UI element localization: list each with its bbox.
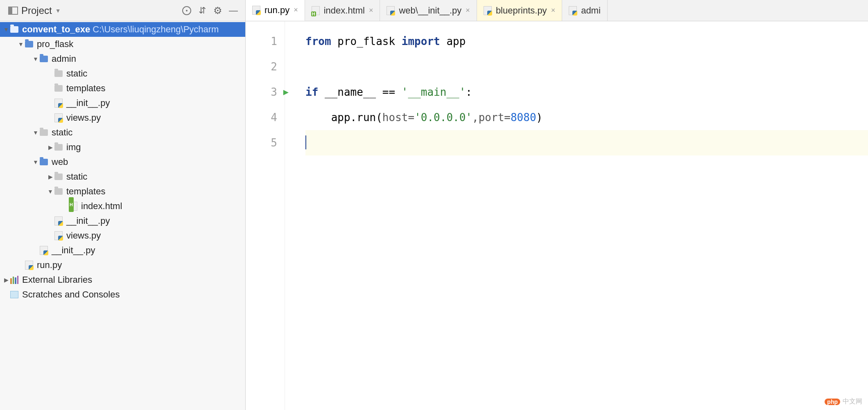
python-file-icon (54, 113, 63, 122)
minimize-icon: — (229, 5, 238, 16)
editor-body[interactable]: 1 2 3 4 5 from pro_flask import app if _… (246, 21, 868, 410)
folder-icon (40, 56, 48, 62)
libraries-icon (10, 276, 18, 284)
tree-label: Scratches and Consoles (22, 287, 120, 302)
tab-label: index.html (324, 5, 365, 16)
code-line: if __name__ == '__main__': (305, 79, 868, 105)
code-area[interactable]: from pro_flask import app if __name__ ==… (295, 21, 868, 410)
project-dropdown[interactable]: Project ▼ (4, 3, 65, 18)
tree-item-web-templates[interactable]: ▼ templates (0, 184, 245, 199)
scratch-icon (10, 291, 18, 298)
tab-label: run.py (264, 5, 289, 16)
caret-icon (305, 135, 306, 149)
tree-label: views.py (66, 228, 101, 243)
tree-item-web-views[interactable]: ▶ views.py (0, 228, 245, 243)
tree-item-static[interactable]: ▼ static (0, 125, 245, 140)
collapse-all-button[interactable]: ⇵ (194, 3, 210, 18)
tree-item-scratches[interactable]: ▶ Scratches and Consoles (0, 287, 245, 302)
tree-item-root-init[interactable]: ▶ __init__.py (0, 243, 245, 258)
tree-label: img (66, 140, 81, 155)
tree-label: __init__.py (66, 96, 110, 110)
chevron-down-icon: ▼ (2, 22, 10, 37)
tree-item-admin-views[interactable]: ▶ views.py (0, 110, 245, 125)
watermark-text: 中文网 (843, 397, 862, 406)
target-icon (182, 6, 191, 15)
collapse-icon: ⇵ (199, 5, 206, 16)
tree-label: __init__.py (52, 243, 95, 258)
line-number: 4 (246, 105, 277, 130)
hide-panel-button[interactable]: — (226, 3, 241, 18)
tree-item-external-libraries[interactable]: ▶ External Libraries (0, 273, 245, 287)
gear-icon: ⚙ (213, 5, 222, 16)
python-file-icon (387, 6, 395, 15)
folder-icon (54, 188, 63, 195)
tree-label: pro_flask (37, 37, 73, 52)
tree-item-run-py[interactable]: ▶ run.py (0, 258, 245, 273)
ide-root: Project ▼ ⇵ ⚙ — ▼ convent_to_exe C:\User… (0, 0, 868, 410)
tree-item-index-html[interactable]: ▶ index.html (0, 199, 245, 214)
watermark-logo: php (825, 399, 840, 405)
tree-label: run.py (37, 258, 62, 273)
tab-blueprints-py[interactable]: blueprints.py × (477, 0, 562, 21)
python-file-icon (252, 6, 260, 15)
line-number: 5 (246, 130, 277, 155)
tab-admin-partial[interactable]: admi (562, 0, 608, 21)
python-file-icon (25, 261, 33, 270)
locate-target-button[interactable] (179, 3, 194, 18)
chevron-down-icon: ▼ (32, 52, 39, 66)
chevron-right-icon: ▶ (47, 140, 54, 155)
html-file-icon (312, 6, 320, 15)
tree-label: static (66, 169, 87, 184)
chevron-down-icon: ▼ (32, 155, 39, 169)
tab-index-html[interactable]: index.html × (305, 0, 380, 21)
code-line (305, 54, 868, 79)
tab-web-init[interactable]: web\__init__.py × (380, 0, 477, 21)
tree-label: convent_to_exe (22, 22, 90, 37)
tree-root[interactable]: ▼ convent_to_exe C:\Users\liuqingzheng\P… (0, 22, 245, 37)
tree-item-pro-flask[interactable]: ▼ pro_flask (0, 37, 245, 52)
tab-label: web\__init__.py (399, 5, 461, 16)
tree-item-admin-init[interactable]: ▶ __init__.py (0, 96, 245, 110)
tab-run-py[interactable]: run.py × (246, 0, 305, 21)
tree-item-web[interactable]: ▼ web (0, 155, 245, 169)
tree-item-web-static[interactable]: ▶ static (0, 169, 245, 184)
project-view-icon (8, 7, 18, 15)
line-number: 1 (246, 29, 277, 54)
settings-button[interactable]: ⚙ (210, 3, 226, 18)
python-file-icon (54, 216, 63, 225)
tree-label: index.html (81, 199, 122, 214)
line-gutter: 1 2 3 4 5 (246, 21, 285, 410)
folder-icon (54, 173, 63, 180)
chevron-right-icon: ▶ (2, 273, 10, 287)
sidebar-toolbar: Project ▼ ⇵ ⚙ — (0, 0, 245, 21)
code-line: from pro_flask import app (305, 29, 868, 54)
close-icon[interactable]: × (294, 6, 298, 14)
tree-item-admin-templates[interactable]: ▶ templates (0, 81, 245, 96)
tree-label: templates (66, 81, 105, 96)
folder-icon (25, 41, 33, 47)
project-sidebar: Project ▼ ⇵ ⚙ — ▼ convent_to_exe C:\User… (0, 0, 246, 410)
project-tree: ▼ convent_to_exe C:\Users\liuqingzheng\P… (0, 21, 245, 410)
project-label: Project (21, 5, 52, 16)
tree-item-img[interactable]: ▶ img (0, 140, 245, 155)
tree-item-web-init[interactable]: ▶ __init__.py (0, 214, 245, 228)
chevron-down-icon: ▼ (55, 7, 61, 14)
html-file-icon (69, 202, 77, 211)
close-icon[interactable]: × (466, 6, 470, 15)
close-icon[interactable]: × (551, 6, 556, 15)
editor-tabs: run.py × index.html × web\__init__.py × … (246, 0, 868, 21)
tree-item-admin-static[interactable]: ▶ static (0, 66, 245, 81)
close-icon[interactable]: × (369, 6, 373, 15)
tree-label: External Libraries (22, 273, 92, 287)
python-file-icon (484, 6, 492, 15)
tree-label: views.py (66, 110, 101, 125)
folder-icon (54, 70, 63, 77)
chevron-down-icon: ▼ (47, 184, 54, 199)
chevron-right-icon: ▶ (47, 169, 54, 184)
tree-item-admin[interactable]: ▼ admin (0, 52, 245, 66)
python-file-icon (54, 231, 63, 240)
tree-label: __init__.py (66, 214, 110, 228)
folder-icon (40, 129, 48, 136)
tree-label: admin (52, 52, 76, 66)
chevron-down-icon: ▼ (32, 125, 39, 140)
